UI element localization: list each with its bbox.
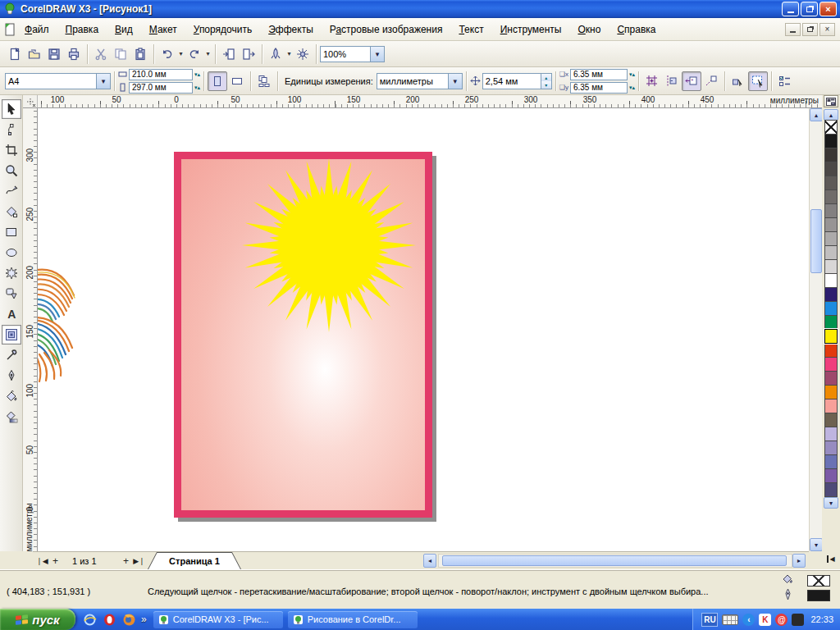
- quick-launch-overflow-icon[interactable]: »: [141, 614, 147, 625]
- ruler-origin[interactable]: [23, 95, 38, 108]
- palette-swatch[interactable]: [824, 441, 838, 455]
- freehand-tool[interactable]: [2, 181, 21, 201]
- feather-artwork[interactable]: [38, 108, 136, 551]
- zoom-level-value[interactable]: 100%: [320, 46, 371, 62]
- paste-icon[interactable]: [130, 44, 150, 64]
- snap-to-grid-button[interactable]: [642, 71, 662, 91]
- palette-swatch[interactable]: [824, 203, 838, 218]
- undo-icon[interactable]: [158, 44, 177, 64]
- palette-swatch[interactable]: [824, 301, 838, 316]
- palette-swatch[interactable]: [824, 273, 838, 288]
- outline-color-swatch[interactable]: [807, 590, 830, 601]
- dynamic-guides-button[interactable]: [701, 71, 721, 91]
- palette-swatch[interactable]: [824, 371, 838, 386]
- redo-dropdown-icon[interactable]: ▾: [204, 44, 212, 64]
- palette-swatch[interactable]: [824, 413, 838, 427]
- zoom-tool[interactable]: [2, 161, 21, 180]
- kaspersky-icon[interactable]: K: [759, 614, 771, 626]
- paper-size-dropdown-icon[interactable]: ▾: [97, 73, 111, 89]
- palette-swatch[interactable]: [824, 343, 838, 358]
- corel-online-icon[interactable]: [293, 44, 313, 64]
- new-icon[interactable]: [5, 44, 25, 64]
- rectangle-tool[interactable]: [2, 222, 21, 242]
- redo-icon[interactable]: [185, 44, 204, 64]
- menu-item[interactable]: Правка: [57, 21, 107, 39]
- vertical-scrollbar[interactable]: ▴ ▾: [809, 108, 822, 551]
- palette-swatch[interactable]: [824, 427, 838, 441]
- menu-item[interactable]: Справка: [609, 21, 664, 39]
- shape-tool[interactable]: [2, 120, 21, 139]
- task-button[interactable]: CorelDRAW X3 - [Рис...: [153, 611, 283, 628]
- palette-swatch[interactable]: [824, 399, 838, 413]
- palette-swatch[interactable]: [824, 162, 838, 176]
- palette-swatch[interactable]: [824, 120, 838, 135]
- opera-icon[interactable]: [102, 612, 116, 627]
- text-tool[interactable]: A: [2, 304, 21, 324]
- outline-tool[interactable]: [2, 366, 21, 386]
- height-spin-icons[interactable]: ▾▴: [194, 84, 200, 91]
- nudge-spinner[interactable]: ▴▾: [541, 73, 552, 89]
- page-tab-label[interactable]: Страница 1: [148, 553, 240, 569]
- all-pages-button[interactable]: [254, 71, 274, 91]
- horizontal-ruler[interactable]: 10050050100150200250300350400450 миллиме…: [38, 95, 822, 108]
- save-icon[interactable]: [44, 44, 64, 64]
- mail-agent-icon[interactable]: @: [775, 614, 788, 626]
- palette-options-icon[interactable]: [824, 95, 838, 107]
- paper-width-field[interactable]: 210.0 мм: [129, 69, 193, 80]
- snap-to-objects-button[interactable]: *: [682, 71, 701, 91]
- menu-item[interactable]: Текст: [450, 21, 491, 39]
- restore-button[interactable]: [801, 2, 818, 16]
- vertical-ruler[interactable]: 300250200150100500 миллиметры: [23, 108, 38, 551]
- landscape-button[interactable]: [227, 71, 247, 91]
- menu-item[interactable]: Инструменты: [492, 21, 570, 39]
- keyboard-icon[interactable]: [722, 614, 738, 625]
- dup-y-spin-icons[interactable]: ▾▴: [629, 84, 635, 91]
- internet-explorer-icon[interactable]: [82, 612, 97, 627]
- undo-dropdown-icon[interactable]: ▾: [177, 44, 185, 64]
- drawing-canvas[interactable]: [38, 108, 809, 551]
- launcher-dropdown-icon[interactable]: ▾: [285, 44, 293, 64]
- palette-swatch[interactable]: [824, 482, 838, 497]
- import-icon[interactable]: [219, 44, 239, 64]
- language-indicator[interactable]: RU: [701, 613, 718, 627]
- nudge-field[interactable]: 2,54 мм: [482, 73, 541, 89]
- pick-tool[interactable]: [2, 99, 21, 119]
- palette-swatch[interactable]: [824, 245, 838, 260]
- pick-enclosed-button[interactable]: [748, 71, 768, 91]
- add-page-after-icon[interactable]: +: [120, 555, 132, 567]
- add-page-before-icon[interactable]: +: [49, 555, 62, 567]
- firefox-icon[interactable]: [121, 612, 136, 627]
- print-icon[interactable]: [64, 44, 84, 64]
- last-page-icon[interactable]: ▶❘: [133, 555, 145, 567]
- export-icon[interactable]: [239, 44, 258, 64]
- duplicate-y-field[interactable]: 6.35 мм: [570, 82, 628, 94]
- doc-restore-button[interactable]: [802, 23, 818, 36]
- treat-as-filled-button[interactable]: [728, 71, 748, 91]
- polygon-tool[interactable]: [2, 263, 21, 283]
- open-icon[interactable]: [25, 44, 44, 64]
- zoom-level-combo[interactable]: 100% ▾: [320, 46, 385, 62]
- units-value[interactable]: миллиметры: [377, 73, 449, 89]
- palette-swatch[interactable]: [824, 148, 838, 162]
- page[interactable]: [174, 152, 432, 518]
- eyedropper-tool[interactable]: [2, 345, 21, 365]
- duplicate-x-field[interactable]: 6.35 мм: [570, 69, 628, 80]
- menu-item[interactable]: Эффекты: [260, 21, 322, 39]
- palette-scroll-down-icon[interactable]: ▾: [824, 497, 838, 509]
- hscroll-left-icon[interactable]: ◂: [423, 554, 436, 568]
- interactive-contour-tool[interactable]: [2, 325, 21, 345]
- property-options-button[interactable]: [775, 71, 795, 91]
- palette-swatch[interactable]: [824, 287, 838, 302]
- doc-close-button[interactable]: ×: [819, 23, 835, 36]
- units-dropdown-icon[interactable]: ▾: [449, 73, 463, 89]
- paper-height-field[interactable]: 297.0 мм: [129, 82, 193, 94]
- smart-fill-tool[interactable]: [2, 202, 21, 221]
- menu-item[interactable]: Макет: [141, 21, 185, 39]
- ellipse-tool[interactable]: [2, 243, 21, 262]
- dup-x-spin-icons[interactable]: ▾▴: [629, 71, 635, 78]
- portrait-button[interactable]: [208, 71, 227, 91]
- palette-swatch[interactable]: [824, 329, 838, 344]
- menu-item[interactable]: Упорядочить: [185, 21, 260, 39]
- copy-icon[interactable]: [111, 44, 130, 64]
- hscroll-right-icon[interactable]: ▸: [792, 554, 806, 568]
